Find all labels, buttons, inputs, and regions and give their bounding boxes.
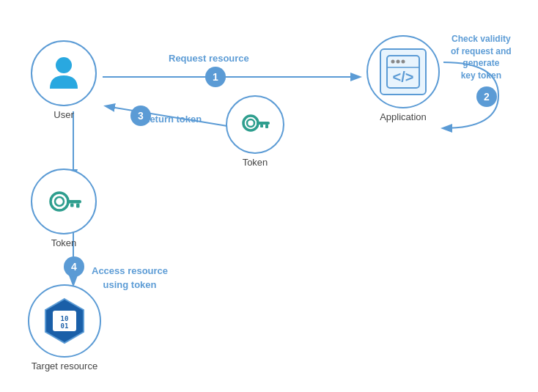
token-left-label: Token <box>51 237 77 248</box>
code-icon: </> <box>386 54 421 89</box>
svg-text:01: 01 <box>61 322 69 330</box>
token-mid-circle <box>226 95 284 154</box>
diagram-canvas: User 1 Request resource </> <box>0 0 538 392</box>
step2-badge: 2 <box>476 86 497 107</box>
svg-rect-14 <box>265 125 268 128</box>
svg-point-8 <box>402 60 405 64</box>
svg-point-17 <box>55 197 64 206</box>
step4-badge: 4 <box>64 256 84 277</box>
user-icon <box>44 53 84 94</box>
user-circle <box>31 40 97 106</box>
svg-rect-19 <box>76 204 80 208</box>
target-circle: 10 01 <box>28 284 101 358</box>
request-resource-label: Request resource <box>169 53 249 64</box>
svg-rect-15 <box>260 125 263 127</box>
user-node: User <box>31 40 97 120</box>
user-label: User <box>54 109 73 120</box>
token-mid-icon <box>237 107 273 142</box>
svg-text:10: 10 <box>61 315 69 322</box>
token-left-circle <box>31 169 97 234</box>
application-label: Application <box>380 111 427 122</box>
target-label: Target resource <box>32 360 97 371</box>
svg-rect-13 <box>257 122 270 125</box>
svg-point-4 <box>56 57 72 73</box>
svg-point-7 <box>397 60 400 64</box>
target-icon: 10 01 <box>40 296 89 346</box>
svg-point-12 <box>247 119 254 127</box>
svg-point-16 <box>51 193 68 210</box>
application-node: </> Application <box>366 35 440 122</box>
token-mid-label: Token <box>243 157 268 168</box>
return-token-label: Return token <box>143 114 202 125</box>
svg-text:</>: </> <box>393 69 414 85</box>
token-mid-node: Token <box>226 95 284 168</box>
svg-point-6 <box>391 60 395 64</box>
svg-rect-18 <box>67 200 81 204</box>
step1-badge: 1 <box>205 67 226 87</box>
application-icon: </> <box>380 48 427 95</box>
svg-point-11 <box>243 116 258 130</box>
target-resource-node: 10 01 Target resource <box>28 284 101 371</box>
svg-rect-20 <box>70 204 74 207</box>
token-left-icon <box>45 182 83 221</box>
check-validity-label: Check validityof request andgeneratekey … <box>451 21 512 82</box>
access-resource-label: Access resourceusing token <box>92 249 168 292</box>
application-circle: </> <box>366 35 440 108</box>
token-left-node: Token <box>31 169 97 248</box>
target-circle-container: 10 01 <box>28 284 101 358</box>
